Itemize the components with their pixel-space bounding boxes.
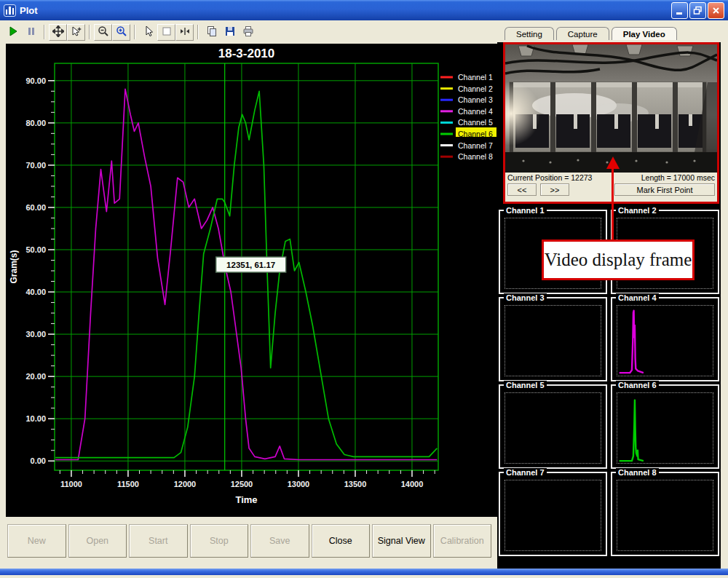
plot-panel: 110001150012000125001300013500140000.001… [6, 44, 497, 517]
stop-button[interactable]: Stop [190, 524, 249, 558]
channel-box-channel-8: Channel 8 [611, 472, 719, 556]
channel-signal-spark [617, 393, 714, 463]
new-button[interactable]: New [7, 524, 66, 558]
open-button[interactable]: Open [68, 524, 127, 558]
annotation-arrow-line [612, 168, 614, 239]
zoom-out-icon [98, 25, 109, 39]
signal-plot[interactable]: 110001150012000125001300013500140000.001… [6, 44, 497, 517]
toolbar [0, 20, 497, 44]
zoom-in-button[interactable] [112, 24, 130, 41]
channel-plot-area [505, 305, 601, 376]
svg-text:Channel 8: Channel 8 [458, 152, 493, 161]
svg-text:0.00: 0.00 [31, 456, 46, 465]
video-frame-image[interactable] [505, 44, 717, 173]
svg-text:12000: 12000 [174, 480, 197, 488]
channel-box-channel-3: Channel 3 [499, 297, 607, 381]
box-select-button[interactable] [157, 24, 175, 41]
svg-text:13500: 13500 [344, 480, 367, 488]
svg-text:11500: 11500 [117, 480, 139, 488]
svg-text:Channel 1: Channel 1 [458, 73, 493, 82]
toolbar-separator [197, 25, 199, 39]
channel-box-label: Channel 5 [504, 381, 547, 389]
tab-setting[interactable]: Setting [505, 27, 554, 40]
print-icon [242, 25, 254, 39]
annotation-arrowhead [606, 157, 620, 169]
window-title: Plot [20, 5, 38, 16]
svg-text:12500: 12500 [231, 480, 253, 488]
channel-box-channel-4: Channel 4 [611, 297, 719, 381]
svg-text:Channel 2: Channel 2 [458, 84, 493, 93]
svg-text:30.00: 30.00 [25, 330, 46, 339]
zoom-out-button[interactable] [94, 24, 112, 41]
svg-text:60.00: 60.00 [25, 203, 46, 212]
tracker-button[interactable] [67, 24, 85, 41]
channel-box-channel-6: Channel 6 [611, 384, 719, 469]
start-button[interactable]: Start [129, 524, 188, 558]
channel-plot-area [505, 480, 601, 551]
svg-text:13000: 13000 [288, 480, 310, 488]
svg-text:70.00: 70.00 [25, 161, 46, 170]
channel-box-label: Channel 3 [504, 293, 547, 302]
right-pane: SettingCapturePlay Video [497, 20, 728, 569]
channel-box-label: Channel 2 [616, 206, 659, 215]
mark-first-point-button[interactable]: Mark First Point [614, 183, 715, 196]
channel-box-label: Channel 8 [616, 468, 659, 477]
toolbar-separator [89, 25, 90, 39]
svg-text:Channel 7: Channel 7 [458, 141, 493, 150]
titlebar: Plot [0, 0, 728, 20]
step-back-button[interactable]: << [507, 183, 537, 196]
toolbar-separator [134, 25, 135, 39]
svg-text:11000: 11000 [60, 480, 82, 488]
save-button[interactable]: Save [250, 524, 309, 558]
footer-button-bar: NewOpenStartStopSaveCloseSignal ViewCali… [0, 518, 497, 569]
svg-text:12351, 61.17: 12351, 61.17 [226, 261, 275, 269]
save-icon [224, 25, 236, 39]
step-forward-button[interactable]: >> [540, 183, 569, 196]
current-position-label: Current Position = 12273 [507, 173, 592, 182]
copy-button[interactable] [202, 24, 221, 41]
pause-button[interactable] [22, 24, 40, 41]
channel-plot-area [617, 480, 713, 551]
length-label: Length = 17000 msec [641, 173, 715, 182]
close-icon [711, 5, 721, 16]
svg-text:Channel 6: Channel 6 [458, 130, 493, 138]
box-select-icon [161, 25, 173, 39]
close-button[interactable]: Close [312, 524, 371, 558]
tab-play-video[interactable]: Play Video [612, 27, 677, 40]
svg-text:Channel 5: Channel 5 [458, 118, 493, 127]
svg-text:Gram(s): Gram(s) [9, 250, 19, 283]
collapse-axis-button[interactable] [175, 24, 194, 41]
pointer-icon [143, 25, 154, 39]
pointer-button[interactable] [139, 24, 157, 41]
svg-text:18-3-2010: 18-3-2010 [218, 47, 275, 60]
minimize-icon [674, 5, 685, 16]
minimize-button[interactable] [671, 2, 688, 19]
toolbar-separator [44, 25, 45, 39]
pan-button[interactable] [49, 24, 67, 41]
pan-icon [52, 25, 64, 39]
restore-button[interactable] [689, 2, 706, 19]
signal-view-button[interactable]: Signal View [372, 524, 431, 558]
video-and-channels-panel: Current Position = 12273 Length = 17000 … [497, 42, 721, 569]
tracker-icon [71, 25, 82, 39]
calibration-button[interactable]: Calibration [433, 524, 492, 558]
collapse-axis-icon [179, 25, 191, 39]
svg-text:Channel 3: Channel 3 [458, 95, 493, 104]
pause-icon [25, 25, 37, 39]
svg-text:14000: 14000 [401, 480, 424, 488]
close-button[interactable] [708, 2, 724, 19]
svg-text:90.00: 90.00 [25, 76, 46, 85]
svg-text:80.00: 80.00 [25, 119, 46, 127]
channel-signal-spark [617, 306, 714, 376]
save-button[interactable] [221, 24, 239, 41]
window-bottom-border [0, 569, 728, 575]
annotation-callout: Video display frame [542, 239, 695, 280]
app-icon [4, 4, 16, 17]
print-button[interactable] [239, 24, 257, 41]
play-button[interactable] [4, 24, 22, 41]
channel-box-label: Channel 7 [504, 468, 547, 477]
channel-box-label: Channel 1 [504, 206, 547, 215]
annotation-text: Video display frame [545, 250, 692, 270]
channel-box-label: Channel 4 [616, 293, 659, 302]
tab-capture[interactable]: Capture [556, 27, 609, 40]
